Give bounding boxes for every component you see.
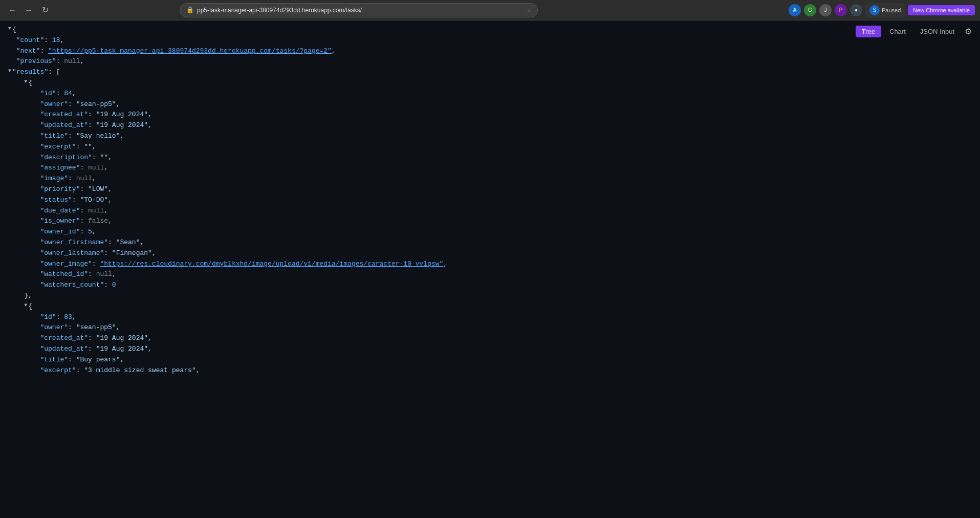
next-key: "next" [16,46,40,57]
title-2-line: "title" : "Buy pears" , [8,355,972,365]
result-0-close: }, [8,291,972,301]
owner-image-link[interactable]: "https://res.cloudinary.com/dmyblkxhd/im… [100,259,443,270]
forward-button[interactable]: → [21,3,36,17]
owner-2-value: "sean-pp5" [76,322,116,333]
owner-lastname-key: "owner_lastname" [40,248,104,259]
assignee-key: "assignee" [40,163,80,174]
ext-icon-3[interactable]: J [819,4,832,16]
owner-firstname-key: "owner_firstname" [40,238,108,248]
owner-firstname-value: "Sean" [116,238,140,248]
status-value: "TO-DO" [80,195,108,206]
watched-id-key: "watched_id" [40,269,88,280]
id-83-key: "id" [40,312,56,323]
star-icon[interactable]: ☆ [527,6,531,14]
due-date-value: null [88,206,104,217]
results-line: ▼ "results" : [ [8,67,972,78]
watchers-count-value: 0 [112,280,116,291]
id-line: "id" : 84 , [8,89,972,99]
settings-icon[interactable]: ⚙ [963,25,974,38]
new-chrome-badge[interactable]: New Chrome available [908,5,975,15]
owner-id-value: 5 [88,227,92,238]
profile-avatar[interactable]: S [869,5,880,15]
result-0-toggle[interactable]: ▼ [24,78,27,86]
assignee-value: null [88,163,104,174]
updated-at-2-value: "19 Aug 2024" [96,344,148,355]
root-open: ▼ { [8,25,972,35]
watchers-count-key: "watchers_count" [40,280,104,291]
address-bar[interactable]: 🔒 pp5-task-manager-api-380974d293dd.hero… [180,3,538,17]
title-line: "title" : "Say hello" , [8,131,972,142]
owner-key: "owner" [40,99,68,110]
back-button[interactable]: ← [5,3,19,17]
nav-buttons: ← → ↻ [5,3,52,17]
title-2-key: "title" [40,355,68,365]
image-key: "image" [40,174,68,184]
due-date-key: "due_date" [40,206,80,217]
title-key: "title" [40,131,68,142]
status-line: "status" : "TO-DO" , [8,195,972,206]
description-value: "" [100,153,108,163]
root-toggle[interactable]: ▼ [8,25,11,33]
updated-at-2-line: "updated_at" : "19 Aug 2024" , [8,344,972,355]
ext-icon-4[interactable]: P [835,4,847,16]
image-line: "image" : null , [8,174,972,184]
tree-tab-button[interactable]: Tree [856,26,881,37]
ext-icon-5[interactable]: ● [850,4,862,16]
url-display: pp5-task-manager-api-380974d293dd.heroku… [197,7,524,14]
owner-line: "owner" : "sean-pp5" , [8,99,972,110]
owner-lastname-value: "Finnegan" [112,248,152,259]
previous-line: "previous" : null , [8,56,972,67]
count-value: 18 [52,35,60,46]
title-value: "Say hello" [76,131,120,142]
ext-icon-1[interactable]: A [789,4,801,16]
updated-at-key: "updated_at" [40,120,88,131]
owner-id-line: "owner_id" : 5 , [8,227,972,238]
ext-icon-2[interactable]: G [804,4,816,16]
created-at-value: "19 Aug 2024" [96,110,148,120]
json-content-area: ▼ { "count" : 18 , "next" : "https://pp5… [0,20,980,518]
id-83-line: "id" : 83 , [8,312,972,323]
priority-key: "priority" [40,184,80,195]
created-at-2-line: "created_at" : "19 Aug 2024" , [8,333,972,344]
previous-key: "previous" [16,56,56,67]
created-at-line: "created_at" : "19 Aug 2024" , [8,110,972,120]
chart-tab-button[interactable]: Chart [883,26,912,37]
image-value: null [76,174,92,184]
description-line: "description" : "" , [8,153,972,163]
result-0-open: ▼ { [8,78,972,89]
owner-2-key: "owner" [40,322,68,333]
reload-button[interactable]: ↻ [38,3,52,17]
owner-firstname-line: "owner_firstname" : "Sean" , [8,238,972,248]
excerpt-key: "excerpt" [40,142,76,153]
excerpt-value: "" [84,142,92,153]
is-owner-line: "is_owner" : false , [8,216,972,227]
excerpt-2-key: "excerpt" [40,365,76,376]
paused-badge[interactable]: S Paused [865,3,905,17]
priority-value: "LOW" [88,184,108,195]
count-key: "count" [16,35,45,46]
result-1-toggle[interactable]: ▼ [24,301,27,310]
excerpt-2-line: "excerpt" : "3 middle sized sweat pears"… [8,365,972,376]
results-toggle[interactable]: ▼ [8,67,11,75]
id-key: "id" [40,89,56,99]
excerpt-2-value: "3 middle sized sweat pears" [84,365,195,376]
count-line: "count" : 18 , [8,35,972,46]
next-url-link[interactable]: "https://pp5-task-manager-api-380974d293… [48,46,332,57]
priority-line: "priority" : "LOW" , [8,184,972,195]
owner-image-key: "owner_image" [40,259,92,270]
created-at-key: "created_at" [40,110,88,120]
results-key: "results" [12,67,48,78]
json-input-tab-button[interactable]: JSON Input [914,26,961,37]
owner-value: "sean-pp5" [76,99,116,110]
browser-chrome: ← → ↻ 🔒 pp5-task-manager-api-380974d293d… [0,0,980,20]
assignee-line: "assignee" : null , [8,163,972,174]
watched-id-line: "watched_id" : null , [8,269,972,280]
owner-2-line: "owner" : "sean-pp5" , [8,322,972,333]
excerpt-line: "excerpt" : "" , [8,142,972,153]
watchers-count-line: "watchers_count" : 0 [8,280,972,291]
previous-value: null [64,56,80,67]
owner-id-key: "owner_id" [40,227,80,238]
description-key: "description" [40,153,92,163]
created-at-2-key: "created_at" [40,333,88,344]
created-at-2-value: "19 Aug 2024" [96,333,148,344]
